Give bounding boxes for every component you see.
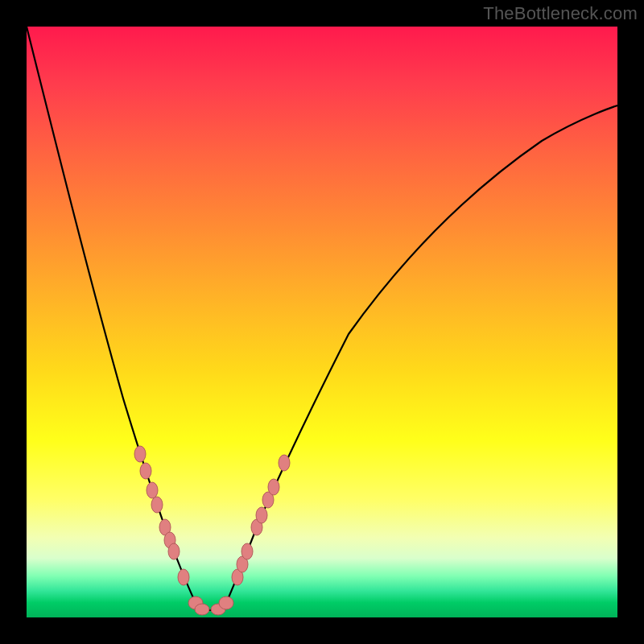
plot-area <box>27 27 617 617</box>
watermark-text: TheBottleneck.com <box>483 3 638 24</box>
gradient-background <box>27 27 617 617</box>
chart-frame: TheBottleneck.com <box>0 0 644 644</box>
